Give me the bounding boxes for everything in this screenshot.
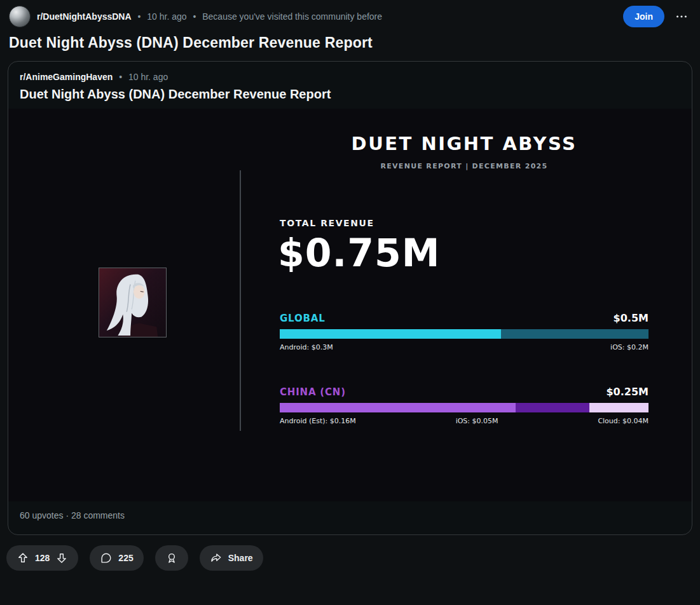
post-header: r/DuetNightAbyssDNA • 10 hr. ago • Becau… [0, 0, 700, 30]
crosspost-title[interactable]: Duet Night Abyss (DNA) December Revenue … [8, 82, 692, 109]
global-revenue-section: GLOBAL $0.5M Android: $0.3M iOS: $0.2M [280, 312, 649, 351]
subreddit-name[interactable]: r/DuetNightAbyssDNA [37, 11, 132, 22]
breakdown-cloud-china: Cloud: $0.04M [598, 417, 649, 425]
infographic-header: DUET NIGHT ABYSS REVENUE REPORT | DECEMB… [280, 133, 649, 170]
separator-dot: • [193, 11, 196, 22]
upvote-button[interactable] [17, 552, 29, 564]
crosspost-stats: 60 upvotes · 28 comments [8, 501, 692, 534]
post-timestamp: 10 hr. ago [147, 11, 186, 22]
total-revenue-label: TOTAL REVENUE [280, 218, 374, 228]
ellipsis-icon [675, 10, 689, 24]
infographic-subtitle: REVENUE REPORT | DECEMBER 2025 [280, 162, 649, 170]
global-revenue-bar [280, 329, 649, 339]
bar-segment [280, 403, 516, 412]
separator-dot: • [119, 72, 122, 82]
comment-count: 225 [118, 553, 133, 563]
share-label: Share [228, 553, 253, 563]
bar-segment [516, 403, 589, 412]
china-revenue-header: CHINA (CN) $0.25M [280, 386, 649, 398]
region-value-china: $0.25M [606, 386, 649, 398]
total-revenue-value: $0.75M [278, 232, 441, 274]
post-meta: r/DuetNightAbyssDNA • 10 hr. ago • Becau… [37, 11, 386, 22]
region-value-global: $0.5M [614, 312, 649, 324]
upvote-count: 128 [35, 553, 50, 563]
global-breakdown-labels: Android: $0.3M iOS: $0.2M [280, 343, 649, 351]
subreddit-avatar[interactable] [9, 6, 31, 27]
share-icon [210, 552, 223, 564]
crosspost-header: r/AnimeGamingHaven • 10 hr. ago [8, 62, 692, 82]
china-revenue-section: CHINA (CN) $0.25M Android (Est): $0.16M … [280, 386, 649, 425]
vertical-divider [240, 170, 241, 431]
award-button[interactable] [155, 545, 188, 571]
overflow-menu-button[interactable] [673, 6, 690, 27]
crosspost-card[interactable]: r/AnimeGamingHaven • 10 hr. ago Duet Nig… [8, 61, 692, 535]
recommendation-reason: Because you've visited this community be… [202, 11, 382, 22]
character-artwork [99, 268, 167, 337]
breakdown-android-china: Android (Est): $0.16M [280, 417, 356, 425]
region-label-global: GLOBAL [280, 313, 326, 324]
anime-character-illustration [99, 268, 166, 337]
separator-dot: • [137, 11, 141, 22]
upvote-icon [17, 552, 29, 564]
bar-segment [280, 329, 501, 339]
vote-pill: 128 [6, 545, 78, 571]
bar-segment [589, 403, 649, 412]
region-label-china: CHINA (CN) [280, 386, 346, 398]
crosspost-subreddit-name[interactable]: r/AnimeGamingHaven [20, 72, 113, 82]
page-title: Duet Night Abyss (DNA) December Revenue … [0, 30, 700, 53]
global-revenue-header: GLOBAL $0.5M [280, 312, 649, 324]
breakdown-ios-global: iOS: $0.2M [610, 343, 649, 351]
crosspost-timestamp: 10 hr. ago [128, 72, 168, 82]
comment-icon [100, 552, 113, 564]
china-breakdown-labels: Android (Est): $0.16M iOS: $0.05M Cloud:… [280, 417, 649, 425]
revenue-infographic-image[interactable]: DUET NIGHT ABYSS REVENUE REPORT | DECEMB… [8, 109, 692, 501]
infographic-title: DUET NIGHT ABYSS [280, 133, 649, 154]
post-action-bar: 128 225 Share [0, 535, 700, 571]
downvote-button[interactable] [55, 552, 68, 564]
downvote-icon [55, 552, 68, 564]
share-button[interactable]: Share [200, 545, 263, 571]
breakdown-ios-china: iOS: $0.05M [456, 417, 498, 425]
china-revenue-bar [280, 403, 649, 412]
breakdown-android-global: Android: $0.3M [280, 343, 333, 351]
comments-button[interactable]: 225 [90, 545, 143, 571]
join-button[interactable]: Join [623, 6, 664, 27]
award-icon [165, 552, 178, 564]
bar-segment [501, 329, 649, 339]
